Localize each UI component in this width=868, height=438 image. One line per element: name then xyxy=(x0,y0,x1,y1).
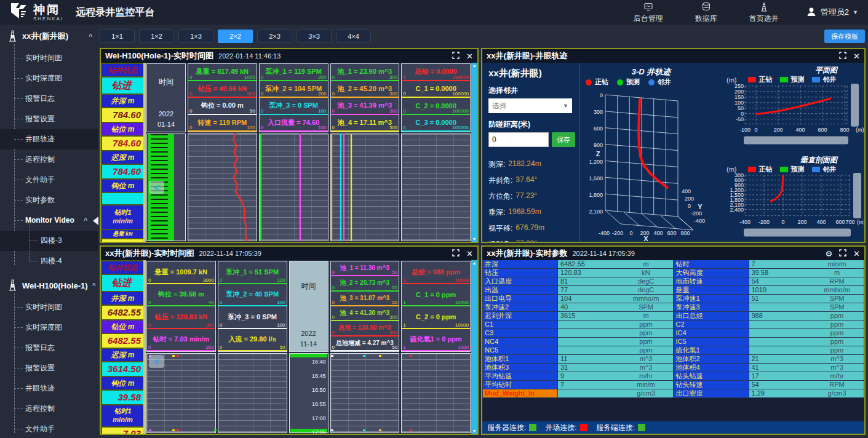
expand-icon[interactable] xyxy=(452,249,460,258)
scroll-back-button[interactable]: < xyxy=(149,181,164,194)
sidebar-item-实时参数[interactable]: 实时参数 xyxy=(0,190,98,210)
top-menu-item-3[interactable]: 首页选井 xyxy=(749,2,779,23)
close-icon[interactable]: ✕ xyxy=(853,250,860,258)
legend-label: 邻井 xyxy=(823,165,837,174)
sidebar-collapse-handle[interactable] xyxy=(93,217,98,225)
sidebar-item-远程控制[interactable]: 远程控制 xyxy=(0,149,98,170)
trajectory-stat: 视平移:676.79m xyxy=(488,223,573,234)
track-plot-2[interactable] xyxy=(259,133,328,241)
plan-horizontal-scrollbar[interactable] xyxy=(744,137,848,145)
panel-trajectory: xx井(新井眼)-井眼轨迹 ✕ xx井(新井眼) 选择邻井 选择 ▼ 防碰距离(… xyxy=(481,48,866,243)
vertical-scrollbar[interactable]: ▲▼ xyxy=(471,260,477,434)
close-icon[interactable]: ✕ xyxy=(466,52,473,60)
param-name-cell: 地面转速 xyxy=(674,277,749,286)
sidebar-item-四楼-3[interactable]: 四楼-3 xyxy=(0,231,98,251)
curve-header: 0池_2 = 20.73 m^350 xyxy=(331,276,399,291)
curve-min: 0 xyxy=(148,300,151,305)
curve-header: 0钩位 = 39.58 m40 xyxy=(147,284,215,307)
sidebar-item-文件助手[interactable]: 文件助手 xyxy=(0,419,98,438)
vertical-scrollbar[interactable]: ▲▼ xyxy=(471,63,477,242)
sidebar-item-实时深度图[interactable]: 实时深度图 xyxy=(0,68,98,89)
param-unit: m xyxy=(619,312,673,320)
layout-button-3x3[interactable]: 3×3 xyxy=(297,30,332,43)
close-icon[interactable]: ✕ xyxy=(853,52,860,60)
track-plot-4[interactable] xyxy=(401,133,471,241)
panel-realtime-chart-1: Wei-H100(Hole-1)-实时时间图 2022-01-14 11:46:… xyxy=(100,48,479,243)
sidebar-item-报警设置[interactable]: 报警设置 xyxy=(0,109,98,129)
curve-label: 池_2 = 45.20 m^3 xyxy=(338,84,392,94)
top-menu-item-1[interactable]: 后台管理 xyxy=(634,2,663,23)
param-value-cell: 7min/m xyxy=(558,381,674,389)
gear-icon[interactable]: ⚙ xyxy=(825,250,832,258)
expand-icon[interactable] xyxy=(839,249,846,258)
param-value-cell: 1010mmho/m xyxy=(749,286,865,295)
sidebar-item-井眼轨迹[interactable]: 井眼轨迹 xyxy=(0,129,98,149)
sidebar-item-实时时间图[interactable]: 实时时间图 xyxy=(0,48,98,68)
trajectory-stats: 测深:2182.24m井斜角:37.64°方位角:77.23°垂深:1968.5… xyxy=(488,159,573,243)
section-vertical-scrollbar[interactable] xyxy=(853,172,861,218)
scroll-back-button[interactable]: < xyxy=(149,355,164,368)
sidebar-item-远程控制[interactable]: 远程控制 xyxy=(0,399,98,419)
sidebar-item-井眼轨迹[interactable]: 井眼轨迹 xyxy=(0,378,98,399)
tick-label: 2,100 xyxy=(589,209,603,215)
curve-header: 1总烃 = 988 ppm10000 xyxy=(402,261,470,284)
tick-label: Z xyxy=(596,150,600,157)
curve-min: 1 xyxy=(403,322,405,328)
sidebar-item-报警日志[interactable]: 报警日志 xyxy=(0,89,98,109)
param-value-cell: g/cm3 xyxy=(558,389,674,398)
brand-text: 神闻 SHENKAI xyxy=(33,4,63,22)
layout-button-2x3[interactable]: 2×3 xyxy=(257,30,292,43)
stat-label: 井斜角: xyxy=(488,175,512,186)
neighbor-well-select[interactable]: 选择 ▼ xyxy=(488,98,572,113)
track-plot-3[interactable] xyxy=(330,353,400,433)
layout-button-2x2[interactable]: 2×2 xyxy=(218,30,253,43)
param-value: 21 xyxy=(749,355,811,363)
expand-icon[interactable] xyxy=(839,52,846,60)
save-button[interactable]: 保存 xyxy=(552,132,575,147)
scroll-up-icon[interactable]: ▲ xyxy=(472,261,477,265)
curve-max: 1000 xyxy=(244,74,255,80)
layout-button-4x4[interactable]: 4×4 xyxy=(336,30,371,43)
stat-label: 方位角: xyxy=(488,191,512,202)
scroll-up-icon[interactable]: ▲ xyxy=(472,63,477,68)
param-name-cell: 池体积3 xyxy=(482,364,558,372)
sidebar-item-Monitor Video[interactable]: Monitor Video^ xyxy=(0,210,98,231)
anti-collision-input[interactable] xyxy=(488,132,549,147)
sidebar-well-1[interactable]: xx井(新井眼)^ xyxy=(0,25,98,48)
layout-button-1x3[interactable]: 1×3 xyxy=(178,30,213,43)
track-plot-3[interactable] xyxy=(330,133,400,241)
sidebar-item-四楼-4[interactable]: 四楼-4 xyxy=(0,251,98,271)
plan-vertical-scrollbar[interactable] xyxy=(851,84,859,127)
table-row: 出温77degC悬重1010mmho/m xyxy=(482,286,864,295)
section-horizontal-scrollbar[interactable] xyxy=(744,228,851,236)
close-icon[interactable]: ✕ xyxy=(466,250,473,258)
scroll-down-icon[interactable]: ▼ xyxy=(472,429,477,433)
sidebar-item-报警日志[interactable]: 报警日志 xyxy=(0,338,98,358)
sidebar-item-报警设置[interactable]: 报警设置 xyxy=(0,358,98,378)
param-label: 悬重 kN xyxy=(102,230,143,238)
param-value-cell: ppm xyxy=(749,329,865,338)
user-menu[interactable]: 管理员2 ▼ xyxy=(806,6,858,19)
scroll-down-icon[interactable]: ▼ xyxy=(472,237,477,241)
param-label: 钻井状态 xyxy=(102,261,143,274)
track-plot-1[interactable] xyxy=(188,133,257,241)
sidebar-item-文件助手[interactable]: 文件助手 xyxy=(0,170,98,190)
param-label: 钻位 m xyxy=(102,321,143,333)
param-value: 17 xyxy=(749,372,811,380)
curve-min: 1 xyxy=(403,300,405,305)
sidebar-item-实时时间图[interactable]: 实时时间图 xyxy=(0,297,98,317)
save-template-button[interactable]: 保存模板 xyxy=(824,30,865,43)
layout-button-1x2[interactable]: 1×2 xyxy=(139,30,174,43)
layout-button-1x1[interactable]: 1×1 xyxy=(100,30,135,43)
param-value: 7 xyxy=(749,260,811,268)
table-row: 平均钻速9m/hr钻头钻速17m/hr xyxy=(482,372,864,381)
tick-label: 200 xyxy=(798,218,807,225)
section-grid xyxy=(745,175,850,215)
track-plot-4[interactable] xyxy=(401,353,471,433)
top-menu-item-2[interactable]: 数据库 xyxy=(695,2,717,23)
track-plot-2[interactable] xyxy=(218,353,287,433)
param-name-cell: C1 xyxy=(482,321,558,329)
sidebar-well-2[interactable]: Wei-H100(Hole-1)^ xyxy=(0,274,98,297)
sidebar-item-实时深度图[interactable]: 实时深度图 xyxy=(0,317,98,338)
expand-icon[interactable] xyxy=(452,52,460,60)
